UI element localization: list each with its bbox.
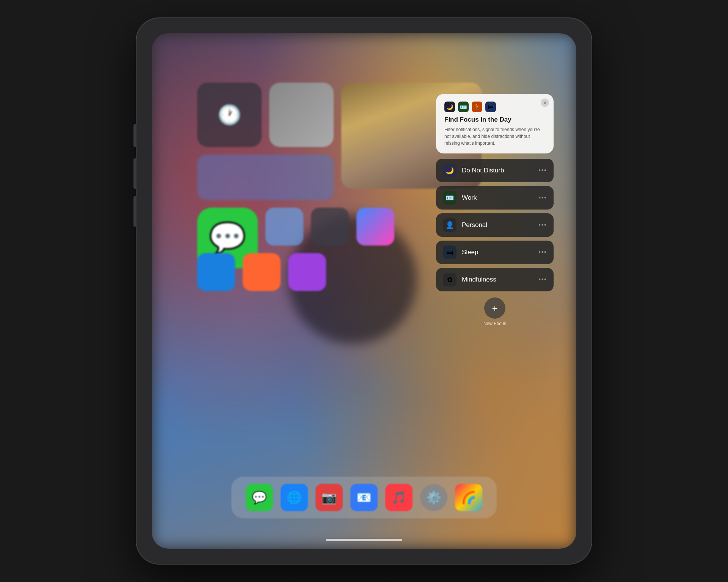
volume-down-button [133, 196, 136, 227]
dock-camera[interactable]: 📷 [315, 484, 343, 511]
focus-item-work[interactable]: 🪪 Work ••• [436, 186, 554, 210]
side-button-power [133, 124, 136, 147]
work-icon: 🪪 [458, 102, 469, 112]
personal-more-button[interactable]: ••• [538, 221, 547, 229]
close-button[interactable]: ✕ [541, 99, 549, 107]
calendar-widget [197, 155, 334, 200]
app-icon-5 [243, 253, 281, 291]
sleep-more-button[interactable]: ••• [538, 249, 547, 257]
focus-type-icons: 🌙 🪪 🏃 🛏 [444, 102, 545, 112]
do-not-disturb-icon: 🌙 [443, 164, 457, 177]
ipad-device: 🕐 💬 💬 🌐 📷 📧 🎵 ⚙️ 🌈 [136, 18, 592, 564]
focus-items-list: 🌙 Do Not Disturb ••• 🪪 Work ••• 👤 Person… [436, 159, 554, 291]
new-focus-plus-icon: + [484, 297, 505, 319]
dock-settings[interactable]: ⚙️ [420, 484, 447, 511]
info-card-description: Filter notifications, signal to friends … [444, 126, 545, 147]
personal-label: Personal [462, 221, 538, 229]
photo-widget-1 [269, 83, 334, 147]
work-icon: 🪪 [443, 191, 457, 205]
dock-messages[interactable]: 💬 [246, 484, 273, 511]
mindfulness-label: Mindfulness [462, 276, 538, 283]
info-card-title: Find Focus in the Day [444, 116, 545, 124]
personal-icon: 👤 [443, 218, 457, 232]
clock-widget: 🕐 [197, 83, 262, 147]
focus-panel: 🌙 🪪 🏃 🛏 ✕ Find Focus in the Day Filter n… [436, 94, 554, 326]
dock-mail[interactable]: 📧 [350, 484, 378, 511]
focus-item-do-not-disturb[interactable]: 🌙 Do Not Disturb ••• [436, 159, 554, 182]
screen: 🕐 💬 💬 🌐 📷 📧 🎵 ⚙️ 🌈 [152, 33, 576, 549]
work-more-button[interactable]: ••• [538, 194, 547, 202]
dock-photos[interactable]: 🌈 [455, 484, 482, 511]
home-indicator [326, 539, 402, 541]
new-focus-button[interactable]: + New Focus [483, 297, 506, 326]
dock-music[interactable]: 🎵 [385, 484, 413, 511]
mindfulness-icon: ✿ [443, 273, 457, 286]
app-icon-6 [288, 253, 326, 291]
focus-item-mindfulness[interactable]: ✿ Mindfulness ••• [436, 268, 554, 291]
work-label: Work [462, 194, 538, 202]
moon-icon: 🌙 [444, 102, 455, 112]
dock: 💬 🌐 📷 📧 🎵 ⚙️ 🌈 [231, 477, 497, 518]
app-icon-4 [197, 253, 235, 291]
fitness-icon: 🏃 [472, 102, 482, 112]
app-icon-3 [356, 208, 394, 246]
do-not-disturb-label: Do Not Disturb [462, 167, 538, 174]
focus-item-sleep[interactable]: 🛏 Sleep ••• [436, 241, 554, 264]
mindfulness-more-button[interactable]: ••• [538, 276, 547, 284]
focus-item-personal[interactable]: 👤 Personal ••• [436, 213, 554, 237]
dock-safari[interactable]: 🌐 [281, 484, 308, 511]
volume-up-button [133, 158, 136, 189]
focus-info-card: 🌙 🪪 🏃 🛏 ✕ Find Focus in the Day Filter n… [436, 94, 554, 153]
sleep-label: Sleep [462, 249, 538, 256]
sleep-icon: 🛏 [443, 246, 457, 259]
do-not-disturb-more-button[interactable]: ••• [538, 167, 547, 175]
app-icon-1 [265, 208, 303, 246]
sleep-icon-sm: 🛏 [485, 102, 496, 112]
new-focus-label: New Focus [483, 321, 506, 326]
app-icon-2 [311, 208, 349, 246]
